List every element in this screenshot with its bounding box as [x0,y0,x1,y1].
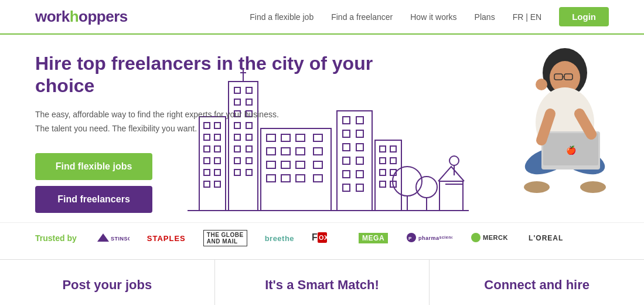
svg-text:P: P [408,236,412,241]
brand-breethe: breethe [265,234,294,243]
hero-title: Hire top freelancers in the city of your… [35,52,422,97]
find-freelancers-button[interactable]: Find freelancers [35,186,152,213]
svg-text:MERCK: MERCK [483,234,508,241]
logo[interactable]: workhoppers [35,8,128,26]
svg-text:STINSON: STINSON [111,236,130,242]
svg-text:OX: OX [319,234,329,241]
features-section: Post your jobs It's a Smart Match! Conne… [0,259,644,305]
brand-pharma: Ppharmascience [406,232,452,245]
hero-subtitle: The easy, affordable way to find the rig… [35,108,609,136]
feature-smart-match: It's a Smart Match! [215,260,430,305]
brand-mega: MEGA [359,233,388,243]
trusted-label: Trusted by [35,233,77,243]
brand-stinson: STINSON [94,231,130,246]
svg-text:F: F [312,232,318,242]
brand-staples: STAPLES [147,234,186,243]
nav-find-freelancer[interactable]: Find a freelancer [331,12,393,22]
brand-globe-mail: THE GLOBEAND MAIL [203,230,247,246]
hero-left: Hire top freelancers in the city of your… [35,52,609,216]
find-flexible-jobs-button[interactable]: Find flexible jobs [35,153,152,180]
trusted-bar: Trusted by STINSON STAPLES THE GLOBEAND … [0,222,644,253]
svg-point-104 [471,233,481,242]
hero-subtitle-line2: The talent you need. The flexibility you… [35,124,197,133]
brand-loreal: L'OREAL [529,234,563,242]
login-button[interactable]: Login [559,7,609,26]
hero-section: Hire top freelancers in the city of your… [0,35,644,222]
nav-plans[interactable]: Plans [475,12,495,22]
feature-post-jobs: Post your jobs [0,260,215,305]
hero-subtitle-line1: The easy, affordable way to find the rig… [35,110,279,119]
nav: Find a flexible job Find a freelancer Ho… [250,7,609,26]
header: workhoppers Find a flexible job Find a f… [0,0,644,35]
nav-lang[interactable]: FR | EN [513,12,542,22]
feature-smart-match-title: It's a Smart Match! [238,277,406,293]
hero-buttons: Find flexible jobs Find freelancers [35,153,152,213]
feature-connect-hire: Connect and hire [430,260,644,305]
feature-connect-hire-title: Connect and hire [453,277,621,293]
brand-fox: FOX [312,231,341,246]
svg-marker-96 [97,233,109,242]
nav-find-flexible-job[interactable]: Find a flexible job [250,12,314,22]
svg-text:pharmascience: pharmascience [418,235,452,241]
feature-post-jobs-title: Post your jobs [23,277,191,293]
nav-how-it-works[interactable]: How it works [410,12,456,22]
brand-merck: MERCK [470,231,511,246]
